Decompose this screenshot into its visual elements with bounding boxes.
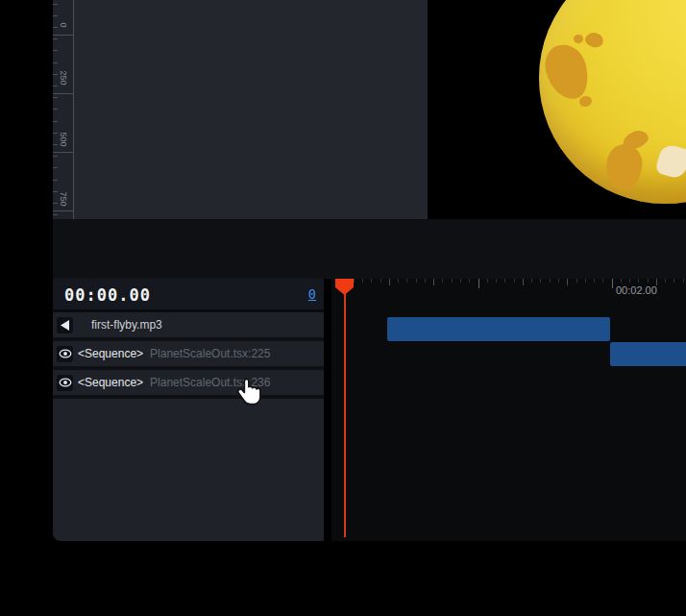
playback-toolbar: 25% 1x <box>53 219 686 279</box>
track-path: PlanetScaleOut.tsx:225 <box>150 347 270 360</box>
timeline-ruler-tick <box>629 279 630 283</box>
timeline-ruler-tick <box>612 279 613 288</box>
track-icon-box[interactable] <box>57 317 73 333</box>
ruler-minor-tick <box>53 191 58 192</box>
planet-crater <box>578 95 593 108</box>
ruler-minor-tick <box>53 38 58 39</box>
ruler-label: 500 <box>59 132 68 146</box>
timeline-ruler-tick <box>416 279 417 283</box>
ruler-minor-tick <box>53 156 58 157</box>
ruler-minor-tick <box>53 180 58 181</box>
ruler-minor-tick <box>53 86 58 86</box>
timeline-ruler-tick <box>638 279 639 283</box>
rocket-fragment <box>654 142 686 180</box>
timeline-ruler-tick <box>602 279 603 283</box>
composition-canvas[interactable] <box>74 0 428 219</box>
current-timecode: 00:00.00 <box>64 285 151 305</box>
ruler-minor-tick <box>53 62 58 63</box>
planet-crater <box>583 30 605 49</box>
timeline-ruler-tick <box>594 279 595 283</box>
playhead-line[interactable] <box>344 293 346 537</box>
track-label: first-flyby.mp3 <box>91 318 162 332</box>
ruler-label: 750 <box>59 191 68 206</box>
timeline-ruler-tick <box>674 279 674 283</box>
timeline-ruler-tick <box>496 279 497 283</box>
planet-crater <box>574 35 583 43</box>
timeline-ruler-tick <box>442 279 443 283</box>
remotion-studio-window: 0250500750 25% 1x <box>0 0 686 616</box>
timeline-ruler-tick <box>621 279 622 283</box>
timeline-ruler-tick <box>683 279 684 283</box>
track-icon-box[interactable] <box>57 346 73 362</box>
ruler-minor-tick <box>53 97 58 98</box>
timeline-lane[interactable]: 00:02.00 <box>331 279 686 541</box>
track-row[interactable]: first-flyby.mp3 <box>53 312 324 337</box>
ruler-minor-tick <box>53 27 58 28</box>
planet-image <box>539 0 686 204</box>
track-icon-box[interactable] <box>57 375 73 391</box>
timeline-ruler-tick <box>523 279 524 285</box>
ruler-label: 250 <box>59 70 68 85</box>
audio-icon <box>61 320 69 331</box>
current-frame-link[interactable]: 0 <box>308 286 316 302</box>
timeline-ruler-tick <box>425 279 426 283</box>
timeline-ruler-tick <box>371 279 372 283</box>
ruler-major-line <box>53 152 74 153</box>
timeline-ruler-tick <box>540 279 541 283</box>
timeline-ruler-tick <box>576 279 577 283</box>
timeline-ruler-tick <box>406 279 407 283</box>
timeline-ruler-tick <box>487 279 488 283</box>
timeline-ruler-tick <box>389 279 390 285</box>
timeline-ruler-tick <box>567 279 568 285</box>
timeline-ruler-tick <box>558 279 559 283</box>
timeline-ruler-tick <box>380 279 381 283</box>
timeline-ruler-tick <box>478 279 479 288</box>
eye-icon <box>59 378 72 387</box>
video-preview <box>428 0 686 219</box>
timeline-ruler-tick <box>531 279 532 283</box>
timeline-ruler-tick <box>585 279 586 283</box>
track-list: first-flyby.mp3 <Sequence> PlanetScaleOu… <box>53 312 324 399</box>
timeline-ruler-tick <box>398 279 399 283</box>
timeline-ruler-tick <box>665 279 666 283</box>
ruler-minor-tick <box>53 74 58 75</box>
track-label: <Sequence> <box>78 376 143 389</box>
ruler-minor-tick <box>53 50 58 51</box>
timeline-ruler-tick <box>362 279 363 283</box>
ruler-minor-tick <box>53 121 58 122</box>
timeline-ruler-tick <box>648 279 649 283</box>
timeline-ruler-label: 00:02.00 <box>616 284 657 296</box>
timeline-ruler-tick <box>514 279 515 283</box>
timeline-ruler-tick <box>452 279 453 283</box>
ruler-minor-tick <box>53 15 58 16</box>
playhead-marker[interactable] <box>335 279 354 295</box>
ruler-major-line <box>53 35 74 36</box>
timeline-ruler-tick <box>504 279 505 283</box>
sequence-bar[interactable] <box>610 342 686 366</box>
timeline-ruler-tick <box>460 279 461 283</box>
timeline-ruler-tick <box>469 279 470 283</box>
ruler-minor-tick <box>53 109 58 110</box>
ruler-minor-tick <box>53 203 58 204</box>
timeline-ruler-tick <box>433 279 434 285</box>
sequence-bar[interactable] <box>387 317 610 341</box>
ruler-minor-tick <box>53 133 58 134</box>
timeline-track-panel: 00:00.00 0 first-flyby.mp3 <box>53 279 324 541</box>
ruler-label: 0 <box>59 22 68 27</box>
track-row[interactable]: <Sequence> PlanetScaleOut.tsx:225 <box>53 341 324 366</box>
ruler-major-line <box>53 210 74 211</box>
eye-icon <box>59 349 72 358</box>
canvas-vertical-ruler: 0250500750 <box>53 0 74 219</box>
ruler-minor-tick <box>53 144 58 145</box>
track-row[interactable]: <Sequence> PlanetScaleOut.tsx:236 <box>53 370 324 395</box>
ruler-minor-tick <box>53 167 58 168</box>
hand-cursor <box>236 378 263 407</box>
ruler-minor-tick <box>53 4 58 5</box>
ruler-minor-tick <box>53 214 58 215</box>
timeline-header: 00:00.00 0 <box>53 279 324 309</box>
track-label: <Sequence> <box>78 347 143 360</box>
ruler-major-line <box>53 93 74 94</box>
planet-crater <box>602 141 645 192</box>
timeline-ruler-tick <box>550 279 551 283</box>
planet-crater <box>541 40 594 104</box>
